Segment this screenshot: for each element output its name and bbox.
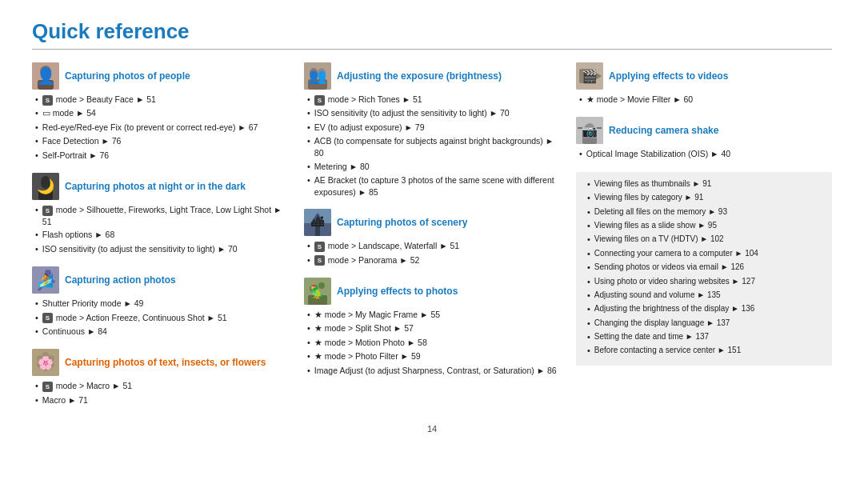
page-title: Quick reference [32,19,832,44]
svg-rect-5 [38,190,53,200]
section-title-action: Capturing action photos [65,274,176,286]
svg-point-17 [37,362,43,368]
list-item: Connecting your camera to a computer ► 1… [587,248,824,260]
section-header-people: Capturing photos of people [32,62,288,90]
section-title-flowers: Capturing photos of text, insects, or fl… [65,357,266,368]
svg-line-8 [43,276,48,286]
exposure-bullet-list: S mode > Rich Tones ► 51 ISO sensitivity… [304,94,560,198]
section-header-night: Capturing photos at night or in the dark [32,173,288,200]
s-mode-icon: S [314,95,325,106]
list-item: S mode > Panorama ► 52 [307,254,560,266]
section-title-people: Capturing photos of people [65,70,190,82]
list-item: Adjusting sound and volume ► 135 [587,290,824,302]
action-bullet-list: Shutter Priority mode ► 49 S mode > Acti… [32,298,288,338]
section-title-effects-videos: Applying effects to videos [609,70,728,82]
s-mode-icon: S [42,382,53,392]
s-mode-icon: S [314,255,325,266]
list-item: S mode > Beauty Face ► 51 [35,94,288,106]
svg-point-35 [585,123,594,133]
section-header-flowers: Capturing photos of text, insects, or fl… [32,349,288,376]
icon-shake [576,117,603,144]
list-item: Optical Image Stabilization (OIS) ► 40 [579,148,832,160]
list-item: S mode > Rich Tones ► 51 [307,94,560,106]
s-mode-icon: S [42,313,53,323]
list-item: Changing the display language ► 137 [587,318,824,330]
svg-point-4 [41,176,50,189]
flowers-bullet-list: S mode > Macro ► 51 Macro ► 71 [32,380,288,406]
content-columns: Capturing photos of people S mode > Beau… [32,62,832,418]
list-item: Viewing files as a slide show ► 95 [587,220,824,232]
page: Quick reference Capturing photos of peop… [0,0,864,504]
svg-point-21 [318,68,326,78]
icon-flower [32,349,59,376]
column-2: Adjusting the exposure (brightness) S mo… [296,62,568,418]
icon-exposure [304,62,331,90]
svg-rect-22 [308,79,327,90]
list-item: ★ mode > Movie Filter ► 60 [579,94,832,106]
section-scenery: Capturing photos of scenery S mode > Lan… [304,209,560,266]
list-item: S mode > Action Freeze, Continuous Shot … [35,312,288,324]
icon-scenery [304,209,331,236]
section-reduce-shake: Reducing camera shake Optical Image Stab… [576,117,832,160]
svg-rect-32 [579,69,594,83]
list-item: Before contacting a service center ► 151 [587,345,824,357]
s-mode-icon: S [42,206,53,216]
list-item: ★ mode > Photo Filter ► 59 [307,350,560,362]
list-item: Using photo or video sharing websites ► … [587,276,824,288]
list-item: Macro ► 71 [35,394,288,406]
shake-bullet-list: Optical Image Stabilization (OIS) ► 40 [576,148,832,160]
svg-point-13 [42,352,49,358]
icon-night [32,173,59,200]
svg-line-10 [48,276,54,282]
column-1: Capturing photos of people S mode > Beau… [32,62,296,418]
list-item: Sending photos or videos via email ► 126 [587,262,824,274]
svg-point-1 [40,66,51,78]
section-header-scenery: Capturing photos of scenery [304,209,560,236]
list-item: ACB (to compensate for subjects against … [307,135,560,158]
list-item: ★ mode > Split Shot ► 57 [307,322,560,334]
svg-point-7 [45,270,51,276]
icon-person [32,62,59,90]
list-item: Red-eye/Red-eye Fix (to prevent or corre… [35,122,288,134]
list-item: EV (to adjust exposure) ► 79 [307,122,560,134]
people-bullet-list: S mode > Beauty Face ► 51 ▭ mode ► 54 Re… [32,94,288,162]
section-header-shake: Reducing camera shake [576,117,832,144]
list-item: Flash options ► 68 [35,229,288,241]
svg-point-16 [42,365,49,371]
svg-rect-30 [308,295,327,305]
list-item: Image Adjust (to adjust Sharpness, Contr… [307,365,560,377]
icon-action [32,266,59,294]
section-header-effects-videos: Applying effects to videos [576,62,832,90]
svg-rect-26 [315,225,320,236]
section-title-exposure: Adjusting the exposure (brightness) [337,70,502,82]
section-title-effects: Applying effects to photos [337,286,458,297]
section-capturing-people: Capturing photos of people S mode > Beau… [32,62,288,162]
list-item: AE Bracket (to capture 3 photos of the s… [307,174,560,198]
section-capturing-action: Capturing action photos Shutter Priority… [32,266,288,338]
svg-rect-0 [32,62,59,90]
s-mode-icon: S [42,95,53,106]
list-item: S mode > Macro ► 51 [35,380,288,392]
list-item: ★ mode > Motion Photo ► 58 [307,337,560,349]
list-item: S mode > Silhouette, Fireworks, Light Tr… [35,204,288,227]
icon-effects [304,278,331,305]
s-mode-icon: S [314,242,325,252]
list-item: ★ mode > My Magic Frame ► 55 [307,309,560,321]
gray-info-box: Viewing files as thumbnails ► 91 Viewing… [576,172,832,366]
section-capturing-night: Capturing photos at night or in the dark… [32,173,288,255]
section-header-exposure: Adjusting the exposure (brightness) [304,62,560,90]
list-item: Metering ► 80 [307,161,560,173]
svg-rect-2 [38,80,54,90]
svg-point-18 [37,355,43,362]
section-effects-photos: Applying effects to photos ★ mode > My M… [304,278,560,377]
icon-video [576,62,603,90]
list-item: Shutter Priority mode ► 49 [35,298,288,310]
svg-point-20 [310,68,318,78]
list-item: Adjusting the brightness of the display … [587,303,824,315]
column-3: Applying effects to videos ★ mode > Movi… [568,62,832,418]
list-item: Viewing files by category ► 91 [587,192,824,204]
section-effects-videos: Applying effects to videos ★ mode > Movi… [576,62,832,106]
section-exposure: Adjusting the exposure (brightness) S mo… [304,62,560,198]
svg-point-14 [48,355,54,362]
gray-box-list: Viewing files as thumbnails ► 91 Viewing… [584,178,824,358]
